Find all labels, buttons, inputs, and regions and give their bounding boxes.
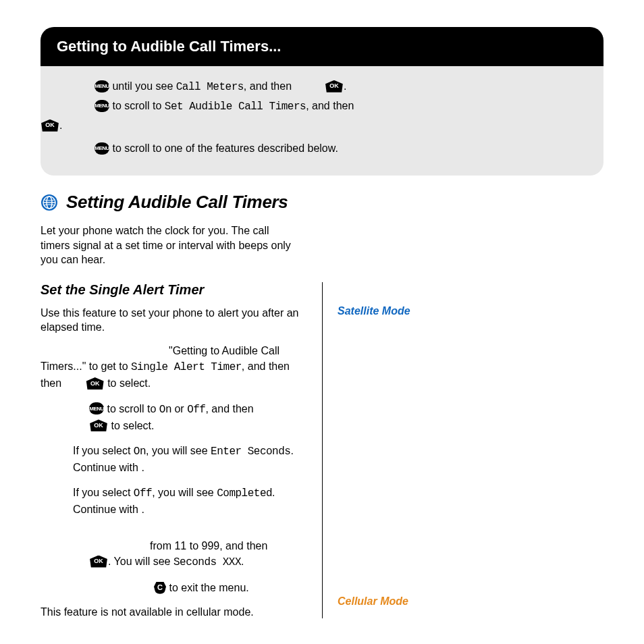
panel-title: Getting to Audible Call Timers... <box>41 27 603 66</box>
step-4: If you select Off, you will see Complete… <box>73 485 307 517</box>
satellite-mode-label: Satellite Mode <box>338 305 603 317</box>
step-2: MENU to scroll to On or Off, and then OK… <box>89 401 307 433</box>
footnote: This feature is not available in cellula… <box>41 606 307 618</box>
step-7: C to exit the menu. <box>154 580 307 595</box>
panel-line-2b: OK. <box>95 117 587 134</box>
section-heading: Setting Audible Call Timers <box>41 192 603 213</box>
step-6: from 11 to 999, and then OK. You will se… <box>89 538 307 570</box>
two-column-layout: Set the Single Alert Timer Use this feat… <box>41 282 603 618</box>
menu-icon: MENU <box>95 142 109 155</box>
subheading: Set the Single Alert Timer <box>41 282 307 298</box>
ok-icon: OK <box>86 377 105 390</box>
instruction-panel: Getting to Audible Call Timers... MENU u… <box>41 27 603 176</box>
right-column: Satellite Mode Cellular Mode <box>323 282 603 618</box>
step-3: If you select On, you will see Enter Sec… <box>73 443 307 475</box>
cellular-mode-label: Cellular Mode <box>338 595 603 608</box>
ok-icon: OK <box>325 80 344 92</box>
ok-icon: OK <box>89 556 108 568</box>
page: Getting to Audible Call Timers... MENU u… <box>0 0 644 644</box>
section-title: Setting Audible Call Timers <box>66 192 288 213</box>
menu-icon: MENU <box>89 402 104 414</box>
c-icon: C <box>154 582 166 594</box>
panel-line-2: MENU to scroll to Set Audible Call Timer… <box>95 98 587 115</box>
panel-line-1: MENU until you see Call Meters, and then… <box>95 78 587 95</box>
left-column: Set the Single Alert Timer Use this feat… <box>41 282 323 618</box>
paragraph: Use this feature to set your phone to al… <box>41 306 307 335</box>
panel-body: MENU until you see Call Meters, and then… <box>41 66 603 176</box>
section-intro: Let your phone watch the clock for you. … <box>41 223 298 267</box>
step-1: "Getting to Audible Call Timers..." to g… <box>41 343 307 392</box>
ok-icon: OK <box>41 119 59 132</box>
menu-icon: MENU <box>95 80 109 92</box>
menu-icon: MENU <box>95 100 109 112</box>
globe-icon <box>41 194 58 211</box>
ok-icon: OK <box>89 419 108 431</box>
panel-line-3: MENU to scroll to one of the features de… <box>95 140 587 157</box>
